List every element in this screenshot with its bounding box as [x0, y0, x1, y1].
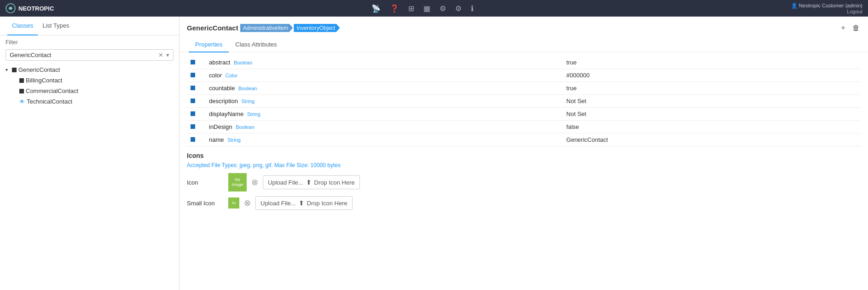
prop-name: description: [209, 98, 238, 104]
content-area: GenericContact AdministrativeItem Invent…: [179, 17, 868, 290]
small-upload-arrow-icon: ⬆: [299, 199, 304, 207]
breadcrumb-item-0[interactable]: AdministrativeItem: [240, 24, 293, 32]
prop-indicator: [191, 99, 195, 103]
class-square-icon: [19, 89, 24, 93]
content-body: abstract Boolean true color Color #00000…: [179, 52, 868, 290]
grid-icon[interactable]: ⊞: [408, 4, 414, 13]
prop-value: Not Set: [563, 95, 861, 108]
sidebar: Classes List Types Filter GenericContact…: [0, 17, 179, 290]
prop-name: name: [209, 136, 224, 143]
small-icon-row: Small Icon No ⊗ Upload File... ⬆ Drop Ic…: [187, 196, 861, 210]
prop-type: Boolean: [238, 86, 257, 91]
question-icon[interactable]: ❓: [390, 4, 399, 13]
small-upload-file-button[interactable]: Upload File...: [260, 200, 296, 207]
breadcrumb: GenericContact AdministrativeItem Invent…: [187, 24, 341, 32]
user-info: 👤 Neotropic Customer (admin) Logout: [791, 3, 862, 14]
radio-icon[interactable]: 📡: [371, 4, 381, 13]
prop-value: Not Set: [563, 108, 861, 121]
eye-icon: 👁: [19, 99, 25, 105]
prop-name: displayName: [209, 110, 243, 117]
icons-section: Icons Accepted File Types: jpeg, png, gi…: [187, 152, 861, 210]
prop-type: String: [227, 137, 241, 143]
small-icon-clear-button[interactable]: ⊗: [244, 198, 251, 208]
content-header: GenericContact AdministrativeItem Invent…: [179, 17, 868, 52]
prop-value: false: [563, 121, 861, 133]
file-types-label: Accepted File Types: jpeg, png, gif. Max…: [187, 162, 861, 168]
delete-button[interactable]: 🗑: [851, 23, 861, 33]
icon-clear-button[interactable]: ⊗: [251, 177, 258, 187]
prop-indicator: [191, 86, 195, 90]
small-drop-icon-label: Drop Icon Here: [307, 200, 347, 207]
add-button[interactable]: ＋: [839, 22, 848, 34]
main-layout: Classes List Types Filter GenericContact…: [0, 17, 868, 290]
prop-type: Boolean: [236, 124, 254, 130]
tree-area: ▾ GenericContact BillingContact Commerci…: [0, 63, 179, 290]
search-value: GenericContact: [10, 52, 51, 58]
tab-classes[interactable]: Classes: [7, 17, 38, 35]
upload-file-button[interactable]: Upload File...: [268, 179, 303, 186]
tree-item-genericcontact[interactable]: ▾ GenericContact: [0, 64, 179, 75]
prop-value: #000000: [563, 69, 861, 82]
tree-label: GenericContact: [18, 66, 60, 73]
info-icon[interactable]: ℹ: [471, 4, 474, 13]
table-row: countable Boolean true: [187, 82, 861, 95]
breadcrumb-item-1[interactable]: InventoryObject: [294, 24, 340, 32]
prop-type: Boolean: [234, 60, 252, 65]
expand-icon: ▾: [6, 67, 10, 72]
prop-indicator: [191, 137, 195, 142]
prop-value: true: [563, 82, 861, 95]
class-square-icon: [19, 78, 24, 83]
icon-upload-zone[interactable]: Upload File... ⬆ Drop Icon Here: [263, 175, 360, 189]
table-row: displayName String Not Set: [187, 108, 861, 121]
table-row: name String GenericContact: [187, 133, 861, 146]
class-square-icon: [12, 68, 17, 72]
table-row: inDesign Boolean false: [187, 121, 861, 133]
icons-title: Icons: [187, 152, 861, 159]
nav-icons: 📡 ❓ ⊞ ▦ ⚙ ⚙ ℹ: [371, 4, 474, 13]
clear-icon[interactable]: ✕: [158, 52, 163, 58]
settings2-icon[interactable]: ⚙: [440, 4, 446, 13]
top-navigation: NEOTROPIC 📡 ❓ ⊞ ▦ ⚙ ⚙ ℹ 👤 Neotropic Cust…: [0, 0, 868, 17]
sidebar-tabs: Classes List Types: [0, 17, 179, 35]
tab-list-types[interactable]: List Types: [38, 17, 74, 35]
logo-text: NEOTROPIC: [18, 5, 54, 12]
search-box[interactable]: GenericContact ✕ ▾: [6, 49, 174, 61]
prop-type: String: [242, 99, 255, 104]
chevron-down-icon[interactable]: ▾: [166, 52, 169, 58]
prop-indicator: [191, 60, 195, 64]
header-actions: ＋ 🗑: [839, 22, 861, 34]
gear-icon[interactable]: ⚙: [455, 4, 462, 13]
small-icon-upload-zone[interactable]: Upload File... ⬆ Drop Icon Here: [255, 196, 353, 210]
table-row: color Color #000000: [187, 69, 861, 82]
logo-icon: [6, 3, 16, 13]
tree-label: CommercialContact: [26, 87, 78, 94]
breadcrumb-root: GenericContact: [187, 24, 238, 32]
icon-row: Icon NoImage ⊗ Upload File... ⬆ Drop Ico…: [187, 173, 861, 191]
prop-indicator: [191, 111, 195, 116]
prop-name: countable: [209, 85, 235, 92]
prop-indicator: [191, 73, 195, 77]
prop-value: true: [563, 56, 861, 69]
search-icons: ✕ ▾: [158, 52, 169, 58]
prop-name: abstract: [209, 59, 230, 66]
tree-item-commercialcontact[interactable]: CommercialContact: [0, 86, 179, 96]
logo: NEOTROPIC: [6, 3, 54, 13]
breadcrumb-row: GenericContact AdministrativeItem Invent…: [187, 22, 861, 34]
tab-properties[interactable]: Properties: [189, 37, 229, 52]
tab-class-attributes[interactable]: Class Attributes: [229, 37, 283, 52]
prop-name: inDesign: [209, 123, 232, 130]
tree-label: BillingContact: [26, 77, 63, 84]
prop-type: String: [247, 111, 260, 117]
tree-label: TechnicalContact: [27, 98, 72, 105]
filter-label: Filter: [0, 35, 179, 47]
table-row: abstract Boolean true: [187, 56, 861, 69]
small-icon-thumbnail: No: [228, 197, 239, 209]
drop-icon-label: Drop Icon Here: [314, 179, 355, 186]
tree-item-billingcontact[interactable]: BillingContact: [0, 75, 179, 86]
tree-item-technicalcontact[interactable]: 👁 TechnicalContact: [0, 96, 179, 107]
small-icon-label: Small Icon: [187, 200, 224, 207]
prop-type: Color: [226, 73, 237, 78]
table-icon[interactable]: ▦: [423, 4, 430, 13]
icon-label: Icon: [187, 179, 224, 186]
content-tabs: Properties Class Attributes: [187, 37, 861, 52]
